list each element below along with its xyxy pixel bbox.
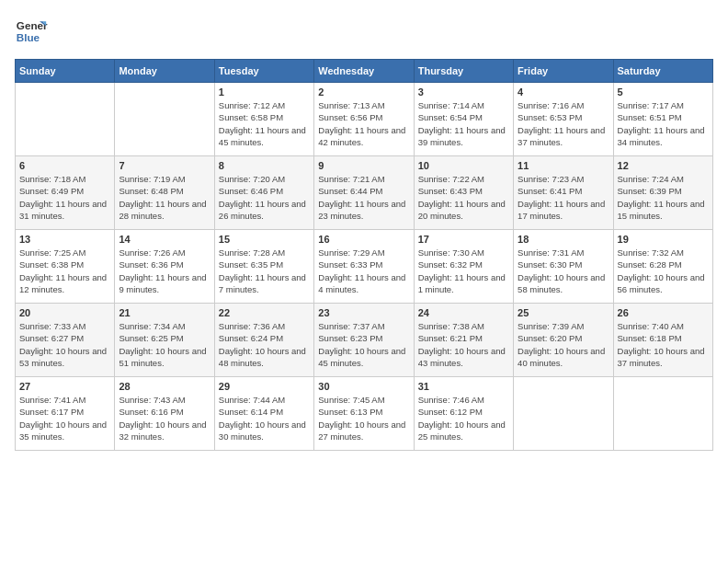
day-info: Sunrise: 7:34 AM Sunset: 6:25 PM Dayligh…: [119, 320, 210, 369]
calendar-week-row: 13Sunrise: 7:25 AM Sunset: 6:38 PM Dayli…: [16, 230, 713, 304]
day-info: Sunrise: 7:43 AM Sunset: 6:16 PM Dayligh…: [119, 394, 210, 442]
day-number: 29: [219, 381, 310, 392]
day-number: 21: [119, 307, 210, 318]
calendar-cell: 6Sunrise: 7:18 AM Sunset: 6:49 PM Daylig…: [16, 156, 115, 230]
day-number: 4: [518, 86, 609, 98]
calendar-cell: 24Sunrise: 7:38 AM Sunset: 6:21 PM Dayli…: [414, 304, 513, 377]
day-info: Sunrise: 7:46 AM Sunset: 6:12 PM Dayligh…: [418, 394, 509, 442]
calendar-table: SundayMondayTuesdayWednesdayThursdayFrid…: [15, 59, 713, 451]
calendar-cell: 19Sunrise: 7:32 AM Sunset: 6:28 PM Dayli…: [613, 230, 712, 304]
day-number: 17: [418, 234, 509, 245]
day-info: Sunrise: 7:36 AM Sunset: 6:24 PM Dayligh…: [219, 320, 310, 369]
calendar-header-thursday: Thursday: [414, 60, 513, 83]
day-info: Sunrise: 7:30 AM Sunset: 6:32 PM Dayligh…: [418, 247, 509, 295]
day-info: Sunrise: 7:44 AM Sunset: 6:14 PM Dayligh…: [219, 394, 310, 442]
day-number: 24: [418, 307, 509, 318]
calendar-cell: 8Sunrise: 7:20 AM Sunset: 6:46 PM Daylig…: [214, 156, 313, 230]
calendar-cell: 14Sunrise: 7:26 AM Sunset: 6:36 PM Dayli…: [115, 230, 214, 304]
calendar-cell: 11Sunrise: 7:23 AM Sunset: 6:41 PM Dayli…: [514, 156, 613, 230]
day-info: Sunrise: 7:26 AM Sunset: 6:36 PM Dayligh…: [119, 247, 210, 295]
day-info: Sunrise: 7:19 AM Sunset: 6:48 PM Dayligh…: [119, 173, 210, 222]
calendar-header-tuesday: Tuesday: [214, 60, 313, 83]
day-info: Sunrise: 7:21 AM Sunset: 6:44 PM Dayligh…: [318, 173, 409, 222]
calendar-cell: 2Sunrise: 7:13 AM Sunset: 6:56 PM Daylig…: [314, 83, 414, 156]
calendar-cell: 21Sunrise: 7:34 AM Sunset: 6:25 PM Dayli…: [115, 304, 214, 377]
calendar-week-row: 27Sunrise: 7:41 AM Sunset: 6:17 PM Dayli…: [16, 377, 713, 451]
calendar-cell: 5Sunrise: 7:17 AM Sunset: 6:51 PM Daylig…: [613, 83, 712, 156]
day-info: Sunrise: 7:33 AM Sunset: 6:27 PM Dayligh…: [19, 320, 110, 369]
day-number: 18: [518, 234, 609, 245]
calendar-cell: [16, 83, 115, 156]
day-info: Sunrise: 7:38 AM Sunset: 6:21 PM Dayligh…: [418, 320, 509, 369]
calendar-week-row: 6Sunrise: 7:18 AM Sunset: 6:49 PM Daylig…: [16, 156, 713, 230]
calendar-cell: [613, 377, 712, 451]
day-info: Sunrise: 7:17 AM Sunset: 6:51 PM Dayligh…: [618, 99, 709, 148]
day-number: 27: [19, 381, 110, 392]
day-info: Sunrise: 7:29 AM Sunset: 6:33 PM Dayligh…: [318, 247, 409, 295]
calendar-header-monday: Monday: [115, 60, 214, 83]
day-number: 7: [119, 160, 210, 171]
day-number: 10: [418, 160, 509, 171]
day-info: Sunrise: 7:18 AM Sunset: 6:49 PM Dayligh…: [19, 173, 110, 222]
calendar-cell: 12Sunrise: 7:24 AM Sunset: 6:39 PM Dayli…: [613, 156, 712, 230]
logo-icon: General Blue: [15, 15, 48, 48]
day-info: Sunrise: 7:13 AM Sunset: 6:56 PM Dayligh…: [318, 99, 409, 148]
day-number: 8: [219, 160, 310, 171]
svg-text:Blue: Blue: [17, 31, 40, 43]
day-number: 28: [119, 381, 210, 392]
day-number: 20: [19, 307, 110, 318]
day-number: 25: [518, 307, 609, 318]
day-number: 14: [119, 234, 210, 245]
calendar-cell: 22Sunrise: 7:36 AM Sunset: 6:24 PM Dayli…: [214, 304, 313, 377]
calendar-cell: 3Sunrise: 7:14 AM Sunset: 6:54 PM Daylig…: [414, 83, 513, 156]
calendar-header-saturday: Saturday: [613, 60, 712, 83]
day-info: Sunrise: 7:39 AM Sunset: 6:20 PM Dayligh…: [518, 320, 609, 369]
day-number: 5: [618, 86, 709, 98]
logo: General Blue: [15, 15, 48, 48]
day-number: 2: [318, 86, 409, 98]
calendar-cell: 28Sunrise: 7:43 AM Sunset: 6:16 PM Dayli…: [115, 377, 214, 451]
day-info: Sunrise: 7:41 AM Sunset: 6:17 PM Dayligh…: [19, 394, 110, 442]
day-info: Sunrise: 7:45 AM Sunset: 6:13 PM Dayligh…: [318, 394, 409, 442]
calendar-header-friday: Friday: [514, 60, 613, 83]
calendar-cell: 29Sunrise: 7:44 AM Sunset: 6:14 PM Dayli…: [214, 377, 313, 451]
day-info: Sunrise: 7:32 AM Sunset: 6:28 PM Dayligh…: [618, 247, 709, 295]
calendar-header-sunday: Sunday: [16, 60, 115, 83]
day-number: 16: [318, 234, 409, 245]
day-info: Sunrise: 7:40 AM Sunset: 6:18 PM Dayligh…: [618, 320, 709, 369]
day-number: 23: [318, 307, 409, 318]
day-number: 13: [19, 234, 110, 245]
calendar-cell: 30Sunrise: 7:45 AM Sunset: 6:13 PM Dayli…: [314, 377, 414, 451]
day-info: Sunrise: 7:37 AM Sunset: 6:23 PM Dayligh…: [318, 320, 409, 369]
day-number: 19: [618, 234, 709, 245]
calendar-week-row: 1Sunrise: 7:12 AM Sunset: 6:58 PM Daylig…: [16, 83, 713, 156]
day-number: 3: [418, 86, 509, 98]
day-info: Sunrise: 7:31 AM Sunset: 6:30 PM Dayligh…: [518, 247, 609, 295]
day-number: 12: [618, 160, 709, 171]
calendar-cell: 9Sunrise: 7:21 AM Sunset: 6:44 PM Daylig…: [314, 156, 414, 230]
day-info: Sunrise: 7:14 AM Sunset: 6:54 PM Dayligh…: [418, 99, 509, 148]
calendar-cell: 17Sunrise: 7:30 AM Sunset: 6:32 PM Dayli…: [414, 230, 513, 304]
calendar-header-wednesday: Wednesday: [314, 60, 414, 83]
calendar-cell: 7Sunrise: 7:19 AM Sunset: 6:48 PM Daylig…: [115, 156, 214, 230]
day-info: Sunrise: 7:24 AM Sunset: 6:39 PM Dayligh…: [618, 173, 709, 222]
calendar-cell: 18Sunrise: 7:31 AM Sunset: 6:30 PM Dayli…: [514, 230, 613, 304]
calendar-cell: [115, 83, 214, 156]
day-number: 6: [19, 160, 110, 171]
day-number: 1: [219, 86, 310, 98]
day-number: 22: [219, 307, 310, 318]
calendar-cell: [514, 377, 613, 451]
calendar-header-row: SundayMondayTuesdayWednesdayThursdayFrid…: [16, 60, 713, 83]
svg-text:General: General: [17, 19, 48, 31]
day-info: Sunrise: 7:28 AM Sunset: 6:35 PM Dayligh…: [219, 247, 310, 295]
calendar-cell: 4Sunrise: 7:16 AM Sunset: 6:53 PM Daylig…: [514, 83, 613, 156]
day-number: 31: [418, 381, 509, 392]
calendar-cell: 23Sunrise: 7:37 AM Sunset: 6:23 PM Dayli…: [314, 304, 414, 377]
calendar-cell: 1Sunrise: 7:12 AM Sunset: 6:58 PM Daylig…: [214, 83, 313, 156]
day-info: Sunrise: 7:22 AM Sunset: 6:43 PM Dayligh…: [418, 173, 509, 222]
calendar-week-row: 20Sunrise: 7:33 AM Sunset: 6:27 PM Dayli…: [16, 304, 713, 377]
day-info: Sunrise: 7:20 AM Sunset: 6:46 PM Dayligh…: [219, 173, 310, 222]
calendar-cell: 27Sunrise: 7:41 AM Sunset: 6:17 PM Dayli…: [16, 377, 115, 451]
day-info: Sunrise: 7:23 AM Sunset: 6:41 PM Dayligh…: [518, 173, 609, 222]
calendar-cell: 26Sunrise: 7:40 AM Sunset: 6:18 PM Dayli…: [613, 304, 712, 377]
